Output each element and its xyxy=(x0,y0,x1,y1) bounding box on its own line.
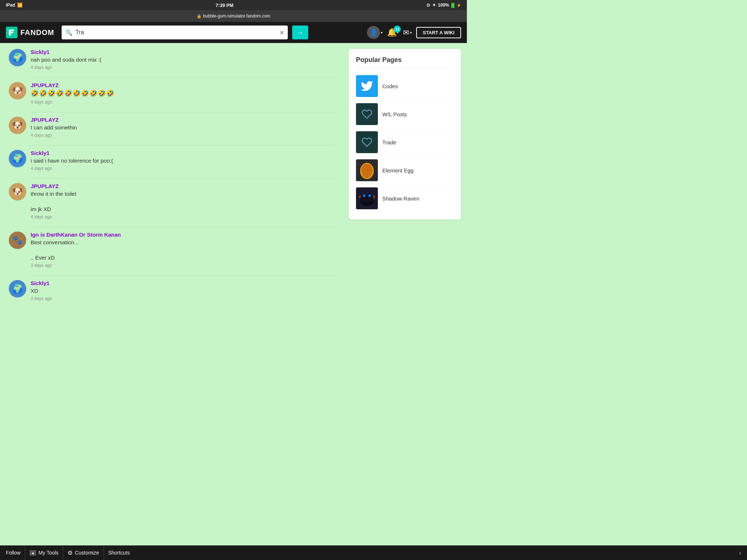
main-content: 🌍 Sickly1 nah poo and soda dont mix :( 4… xyxy=(0,43,467,314)
chat-text: i said i have no tolerence for poo:( xyxy=(31,157,334,164)
status-time: 7:39 PM xyxy=(216,3,233,8)
chat-content: Sickly1 i said i have no tolerence for p… xyxy=(31,150,334,171)
charging-icon: ⚡ xyxy=(457,3,461,7)
chat-username[interactable]: Sickly1 xyxy=(31,150,334,156)
message-divider xyxy=(31,112,334,112)
fandom-logo-icon xyxy=(6,27,18,38)
avatar: 🌍 xyxy=(9,280,26,298)
notifications-button[interactable]: 🔔 13 ▾ xyxy=(387,28,399,37)
message-divider xyxy=(31,145,334,145)
message-divider xyxy=(31,178,334,179)
popular-page-item[interactable]: W/L Posts xyxy=(356,100,454,128)
chat-username[interactable]: Sickly1 xyxy=(31,49,334,55)
chat-message: 🌍 Sickly1 i said i have no tolerence for… xyxy=(9,150,334,171)
chat-area: 🌍 Sickly1 nah poo and soda dont mix :( 4… xyxy=(0,43,343,314)
shadow-raven-thumbnail xyxy=(356,187,378,209)
avatar: 🐶 xyxy=(9,117,26,134)
mail-icon: ✉ xyxy=(403,28,409,37)
chat-text: throw it in the toiletim jk XD xyxy=(31,190,334,213)
element-egg-thumbnail xyxy=(356,159,378,181)
popular-page-item[interactable]: Element Egg xyxy=(356,156,454,184)
lock-icon: 🔒 xyxy=(197,14,202,19)
chat-content: JPUPLAYZ I can add somethin 4 days ago xyxy=(31,117,334,138)
chat-message: 🐾 Ign is DarthKanan Or Storm Kanan Best … xyxy=(9,232,334,268)
avatar: 🐶 xyxy=(9,82,26,100)
notification-badge: 13 xyxy=(394,26,401,33)
chat-username[interactable]: JPUPLAYZ xyxy=(31,117,334,123)
bluetooth-icon: ✦ xyxy=(432,3,436,8)
chat-time: 4 days ago xyxy=(31,214,334,219)
trade-label: Trade xyxy=(382,139,396,145)
user-avatar: 👤 xyxy=(367,26,380,39)
status-right: ⊙ ✦ 100% ▓ ⚡ xyxy=(426,3,461,8)
avatar: 🌍 xyxy=(9,150,26,167)
popular-page-item[interactable]: Trade xyxy=(356,128,454,156)
element-egg-label: Element Egg xyxy=(382,167,414,174)
wl-posts-thumbnail xyxy=(356,103,378,125)
message-divider xyxy=(31,227,334,227)
chat-message: 🐶 JPUPLAYZ I can add somethin 4 days ago xyxy=(9,117,334,138)
popular-pages-title: Popular Pages xyxy=(356,56,454,68)
search-clear-button[interactable]: ✕ xyxy=(279,29,284,36)
chat-time: 4 days ago xyxy=(31,166,334,171)
shadow-raven-label: Shadow Raven xyxy=(382,195,419,202)
avatar-chevron-icon: ▾ xyxy=(381,31,383,35)
chat-content: JPUPLAYZ throw it in the toiletim jk XD … xyxy=(31,183,334,219)
chat-time: 4 days ago xyxy=(31,65,334,70)
chat-message: 🌍 Sickly1 XD 3 days ago xyxy=(9,280,334,301)
status-left: iPad 📶 xyxy=(6,3,23,8)
wl-posts-label: W/L Posts xyxy=(382,111,407,117)
chat-message: 🌍 Sickly1 nah poo and soda dont mix :( 4… xyxy=(9,49,334,70)
svg-point-8 xyxy=(369,195,371,197)
chat-username[interactable]: JPUPLAYZ xyxy=(31,82,334,88)
message-divider xyxy=(31,77,334,78)
fandom-logo-text: FANDOM xyxy=(20,28,54,37)
chat-text: 🤣🤣🤣🤣🤣🤣🤣🤣🤣🤣 xyxy=(31,89,334,98)
fandom-logo[interactable]: FANDOM xyxy=(6,27,54,38)
popular-pages-card: Popular Pages Codes W/L Posts xyxy=(349,49,461,219)
search-input[interactable] xyxy=(76,29,276,36)
mail-button[interactable]: ✉ ▾ xyxy=(403,28,412,37)
codes-thumbnail xyxy=(356,75,378,97)
browser-bar: 🔒 bubble-gum-simulator.fandom.com xyxy=(0,10,467,22)
chat-time: 3 days ago xyxy=(31,296,334,301)
avatar: 🌍 xyxy=(9,49,26,66)
trade-thumbnail xyxy=(356,131,378,153)
avatar-image: 👤 xyxy=(369,28,378,36)
fandom-navbar: FANDOM 🔍 ✕ → 👤 ▾ 🔔 13 ▾ ✉ ▾ START A WIKI xyxy=(0,22,467,43)
chat-time: 3 days ago xyxy=(31,263,334,268)
chat-message: 🐶 JPUPLAYZ 🤣🤣🤣🤣🤣🤣🤣🤣🤣🤣 4 days ago xyxy=(9,82,334,105)
message-divider xyxy=(31,275,334,276)
chat-content: Ign is DarthKanan Or Storm Kanan Best co… xyxy=(31,232,334,268)
mail-dropdown-icon[interactable]: ▾ xyxy=(410,31,412,35)
start-wiki-button[interactable]: START A WIKI xyxy=(416,27,461,38)
chat-text: I can add somethin xyxy=(31,124,334,131)
battery-icon: ▓ xyxy=(451,3,454,8)
chat-username[interactable]: Ign is DarthKanan Or Storm Kanan xyxy=(31,232,334,238)
search-icon: 🔍 xyxy=(65,29,73,36)
user-avatar-button[interactable]: 👤 ▾ xyxy=(367,26,383,39)
chat-time: 4 days ago xyxy=(31,133,334,138)
search-container[interactable]: 🔍 ✕ xyxy=(62,26,288,39)
codes-label: Codes xyxy=(382,83,398,89)
svg-point-7 xyxy=(364,195,365,197)
chat-time: 4 days ago xyxy=(31,100,334,105)
avatar: 🐶 xyxy=(9,183,26,201)
search-go-button[interactable]: → xyxy=(292,26,308,39)
chat-message: 🐶 JPUPLAYZ throw it in the toiletim jk X… xyxy=(9,183,334,219)
battery-label: 100% xyxy=(438,3,449,8)
chat-username[interactable]: JPUPLAYZ xyxy=(31,183,334,189)
chat-text: nah poo and soda dont mix :( xyxy=(31,56,334,63)
chat-username[interactable]: Sickly1 xyxy=(31,280,334,286)
status-bar: iPad 📶 7:39 PM ⊙ ✦ 100% ▓ ⚡ xyxy=(0,0,467,10)
chat-text: Best conversation..... Ever xD xyxy=(31,238,334,261)
chat-content: Sickly1 XD 3 days ago xyxy=(31,280,334,301)
airdrop-icon: ⊙ xyxy=(426,3,430,8)
avatar: 🐾 xyxy=(9,232,26,249)
popular-page-item[interactable]: Codes xyxy=(356,72,454,100)
chat-content: JPUPLAYZ 🤣🤣🤣🤣🤣🤣🤣🤣🤣🤣 4 days ago xyxy=(31,82,334,105)
wifi-icon: 📶 xyxy=(17,3,23,8)
browser-url[interactable]: bubble-gum-simulator.fandom.com xyxy=(203,13,271,19)
sidebar: Popular Pages Codes W/L Posts xyxy=(343,43,467,314)
popular-page-item[interactable]: Shadow Raven xyxy=(356,184,454,212)
